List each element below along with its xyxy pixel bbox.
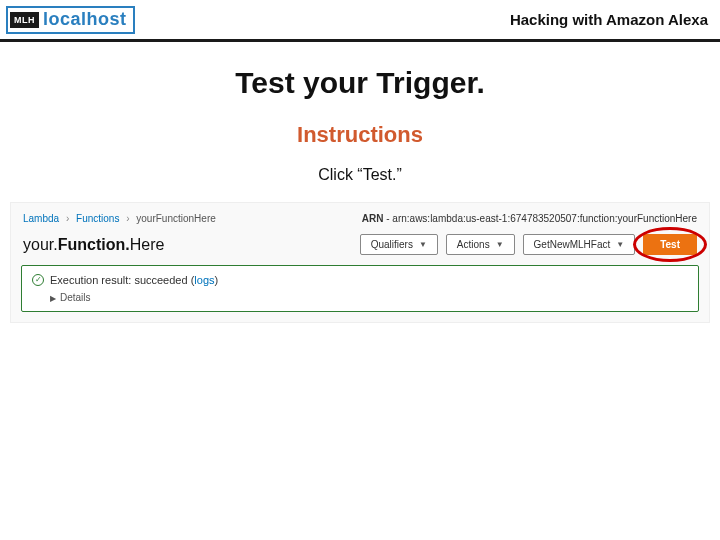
details-toggle[interactable]: ▶Details (32, 292, 688, 303)
test-button[interactable]: Test (643, 234, 697, 255)
triangle-right-icon: ▶ (50, 294, 56, 303)
actions-label: Actions (457, 239, 490, 250)
logs-link[interactable]: logs (194, 274, 214, 286)
mlh-localhost-logo: MLH localhost (6, 6, 135, 34)
qualifiers-label: Qualifiers (371, 239, 413, 250)
instructions-heading: Instructions (0, 122, 720, 148)
test-event-label: GetNewMLHFact (534, 239, 611, 250)
caret-down-icon: ▼ (496, 240, 504, 249)
actions-dropdown[interactable]: Actions ▼ (446, 234, 515, 255)
crumb-lambda[interactable]: Lambda (23, 213, 59, 224)
logo-text: localhost (43, 9, 127, 30)
lambda-console-screenshot: Lambda › Functions › yourFunctionHere AR… (10, 202, 710, 323)
qualifiers-dropdown[interactable]: Qualifiers ▼ (360, 234, 438, 255)
result-status: succeeded (134, 274, 187, 286)
details-label: Details (60, 292, 91, 303)
crumb-current: yourFunctionHere (136, 213, 215, 224)
arn-value: arn:aws:lambda:us-east-1:674783520507:fu… (392, 213, 697, 224)
slide-header: MLH localhost Hacking with Amazon Alexa (0, 0, 720, 42)
breadcrumb-row: Lambda › Functions › yourFunctionHere AR… (21, 211, 699, 232)
chevron-right-icon: › (126, 213, 129, 224)
arn-display: ARN - arn:aws:lambda:us-east-1:674783520… (362, 213, 697, 224)
chevron-right-icon: › (66, 213, 69, 224)
crumb-functions[interactable]: Functions (76, 213, 119, 224)
arn-label: ARN (362, 213, 384, 224)
header-title: Hacking with Amazon Alexa (510, 11, 714, 28)
test-button-highlight: Test (643, 234, 697, 255)
check-circle-icon: ✓ (32, 274, 44, 286)
caret-down-icon: ▼ (419, 240, 427, 249)
page-title: Test your Trigger. (0, 66, 720, 100)
execution-result-panel: ✓ Execution result: succeeded (logs) ▶De… (21, 265, 699, 312)
instruction-text: Click “Test.” (0, 166, 720, 184)
breadcrumb: Lambda › Functions › yourFunctionHere (23, 213, 216, 224)
slide-content: Test your Trigger. Instructions Click “T… (0, 42, 720, 184)
caret-down-icon: ▼ (616, 240, 624, 249)
test-event-selector[interactable]: GetNewMLHFact ▼ (523, 234, 636, 255)
result-line: ✓ Execution result: succeeded (logs) (32, 274, 688, 286)
result-prefix: Execution result: (50, 274, 134, 286)
logo-badge: MLH (10, 12, 39, 28)
function-toolbar: your.Function.Here Qualifiers ▼ Actions … (21, 232, 699, 265)
function-name: your.Function.Here (23, 236, 352, 254)
